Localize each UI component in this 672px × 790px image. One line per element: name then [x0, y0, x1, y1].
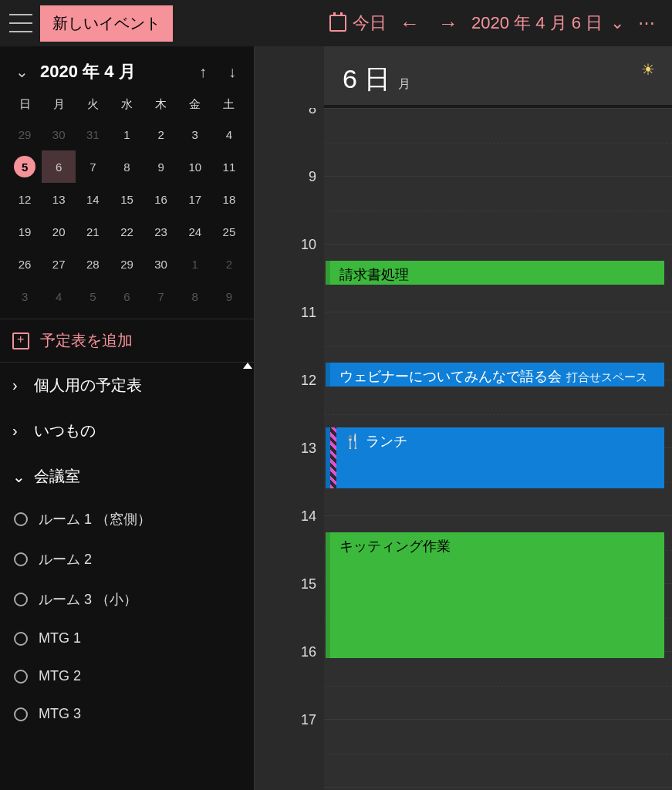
day-cell[interactable]: 11 — [212, 150, 246, 183]
day-cell[interactable]: 5 — [8, 150, 42, 183]
day-cell[interactable]: 7 — [144, 280, 178, 312]
day-cell[interactable]: 2 — [212, 248, 246, 280]
calendar-color-circle — [14, 670, 28, 684]
hour-row[interactable]: 17 — [324, 719, 672, 787]
today-button[interactable]: 今日 — [329, 12, 387, 35]
day-cell[interactable]: 1 — [178, 248, 212, 280]
day-cell[interactable]: 1 — [110, 118, 144, 150]
day-cell[interactable]: 6 — [42, 150, 76, 183]
scroll-up-hint — [243, 363, 252, 369]
prev-month-button[interactable]: ↑ — [192, 61, 214, 83]
topbar: 新しいイベント 今日 ← → 2020 年 4 月 6 日 ⌄ ⋯ — [0, 0, 672, 46]
hour-row[interactable]: 9 — [324, 176, 672, 244]
calendar-group-header[interactable]: ›いつもの — [0, 408, 254, 454]
day-cell[interactable]: 6 — [110, 280, 144, 312]
day-cell[interactable]: 2 — [144, 118, 178, 150]
day-cell[interactable]: 22 — [110, 215, 144, 248]
calendar-item[interactable]: ルーム 2 — [0, 539, 254, 579]
next-month-button[interactable]: ↓ — [221, 61, 243, 83]
day-cell[interactable]: 4 — [42, 280, 76, 312]
day-cell[interactable]: 4 — [212, 118, 246, 150]
hamburger-menu[interactable] — [9, 14, 32, 32]
month-picker-header: ⌄ 2020 年 4 月 ↑ ↓ — [0, 46, 254, 91]
calendar-item-label: MTG 2 — [39, 668, 81, 684]
calendar-item[interactable]: MTG 2 — [0, 657, 254, 695]
day-view: 6 日 月 ☀ 891011121314151617請求書処理ウェビナーについて… — [255, 46, 672, 790]
new-event-button[interactable]: 新しいイベント — [40, 5, 173, 42]
hour-row[interactable]: 16 — [324, 651, 672, 719]
day-cell[interactable]: 3 — [8, 280, 42, 312]
day-cell[interactable]: 27 — [42, 248, 76, 280]
calendar-item[interactable]: MTG 1 — [0, 620, 254, 657]
day-cell[interactable]: 13 — [42, 183, 76, 215]
day-cell[interactable]: 29 — [8, 118, 42, 150]
day-cell[interactable]: 8 — [178, 280, 212, 312]
group-label: 個人用の予定表 — [34, 375, 142, 396]
calendar-item-label: ルーム 2 — [39, 550, 92, 569]
day-cell[interactable]: 5 — [76, 280, 110, 312]
calendar-event[interactable]: 🍴ランチ — [326, 427, 664, 488]
day-cell[interactable]: 17 — [178, 183, 212, 215]
calendar-item[interactable]: MTG 3 — [0, 695, 254, 733]
hour-label: 16 — [278, 644, 316, 660]
event-title: キッティング作業 — [339, 538, 451, 554]
fork-icon: 🍴 — [344, 434, 361, 449]
event-category-stripe — [330, 427, 336, 488]
day-cell[interactable]: 12 — [8, 183, 42, 215]
hour-row[interactable] — [324, 787, 672, 790]
day-cell[interactable]: 21 — [76, 215, 110, 248]
time-grid[interactable]: 891011121314151617請求書処理ウェビナーについてみんなで語る会打… — [255, 108, 672, 790]
hour-label: 11 — [278, 305, 316, 321]
day-cell[interactable]: 10 — [178, 150, 212, 183]
dow-cell: 月 — [42, 91, 76, 118]
hour-label: 17 — [278, 712, 316, 728]
today-label: 今日 — [353, 12, 387, 35]
hour-label: 14 — [278, 508, 316, 525]
day-cell[interactable]: 30 — [144, 248, 178, 280]
date-display-dropdown[interactable]: 2020 年 4 月 6 日 ⌄ — [471, 12, 624, 35]
chevron-down-icon: ⌄ — [12, 468, 25, 486]
day-cell[interactable]: 14 — [76, 183, 110, 215]
calendar-event[interactable]: ウェビナーについてみんなで語る会打合せスペースB( — [326, 363, 664, 387]
day-cell[interactable]: 31 — [76, 118, 110, 150]
month-chevron-down[interactable]: ⌄ — [11, 61, 32, 83]
calendar-event[interactable]: キッティング作業 — [326, 532, 664, 658]
prev-day-button[interactable]: ← — [394, 8, 425, 39]
calendar-item[interactable]: ルーム 1 （窓側） — [0, 499, 254, 539]
calendar-list: ›個人用の予定表›いつもの⌄会議室ルーム 1 （窓側）ルーム 2ルーム 3 （小… — [0, 363, 254, 790]
calendar-item[interactable]: ルーム 3 （小） — [0, 579, 254, 620]
day-cell[interactable]: 9 — [144, 150, 178, 183]
day-cell[interactable]: 29 — [110, 248, 144, 280]
day-of-week: 月 — [398, 76, 410, 93]
day-cell[interactable]: 28 — [76, 248, 110, 280]
next-day-button[interactable]: → — [433, 8, 464, 39]
add-calendar-button[interactable]: 予定表を追加 — [0, 319, 254, 363]
day-cell[interactable]: 18 — [212, 183, 246, 215]
day-cell[interactable]: 7 — [76, 150, 110, 183]
day-cell[interactable]: 3 — [178, 118, 212, 150]
event-title: 請求書処理 — [339, 267, 409, 282]
day-number: 6 日 — [343, 62, 390, 97]
day-cell[interactable]: 16 — [144, 183, 178, 215]
calendar-group-header[interactable]: ›個人用の予定表 — [0, 363, 254, 408]
hour-row[interactable]: 8 — [324, 108, 672, 176]
calendar-item-label: MTG 1 — [39, 630, 81, 647]
day-cell[interactable]: 26 — [8, 248, 42, 280]
day-cell[interactable]: 19 — [8, 215, 42, 248]
event-title: ウェビナーについてみんなで語る会 — [339, 369, 562, 384]
calendar-color-circle — [14, 632, 28, 646]
day-cell[interactable]: 24 — [178, 215, 212, 248]
day-cell[interactable]: 23 — [144, 215, 178, 248]
hour-label: 12 — [278, 373, 316, 389]
day-cell[interactable]: 20 — [42, 215, 76, 248]
day-cell[interactable]: 25 — [212, 215, 246, 248]
calendar-group-header[interactable]: ⌄会議室 — [0, 454, 254, 499]
day-cell[interactable]: 15 — [110, 183, 144, 215]
dow-cell: 金 — [178, 91, 212, 118]
more-menu-button[interactable]: ⋯ — [632, 13, 663, 33]
day-cell[interactable]: 8 — [110, 150, 144, 183]
day-cell[interactable]: 9 — [212, 280, 246, 312]
dow-cell: 日 — [8, 91, 42, 118]
day-cell[interactable]: 30 — [42, 118, 76, 150]
calendar-event[interactable]: 請求書処理 — [326, 261, 664, 285]
